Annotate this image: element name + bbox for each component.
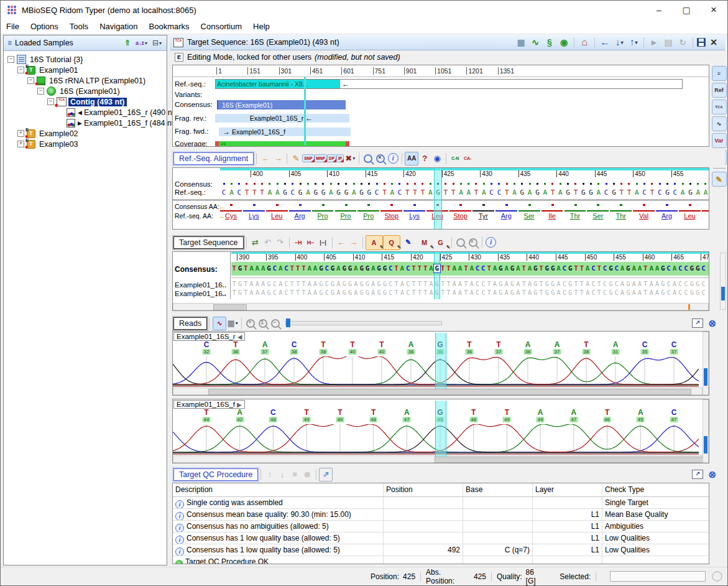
scrollbar-thumb[interactable] xyxy=(721,287,725,300)
consensus-base[interactable]: A xyxy=(631,264,637,272)
ref-base[interactable]: G xyxy=(335,188,343,197)
ref-base[interactable]: A xyxy=(304,188,311,197)
amino-acid[interactable]: Val xyxy=(633,210,655,220)
consensus-bar[interactable]: 16S (Example01) xyxy=(215,100,346,109)
consensus-base[interactable]: A xyxy=(451,264,457,272)
consensus-base[interactable]: G xyxy=(376,264,382,272)
tree-expander-plus[interactable]: + xyxy=(17,141,24,147)
ref-base[interactable]: G xyxy=(610,188,617,197)
consensus-base[interactable]: G xyxy=(660,264,666,272)
consensus-base[interactable]: C xyxy=(481,264,486,272)
next-difference-icon[interactable]: → xyxy=(272,152,284,165)
ref-base[interactable]: A xyxy=(480,188,487,197)
next-low-quality-icon[interactable]: → xyxy=(348,236,360,249)
trim-right-icon[interactable]: H− xyxy=(305,236,317,249)
previous-difference-icon[interactable]: ← xyxy=(259,152,272,165)
trace-base-call[interactable]: T xyxy=(230,340,241,349)
amino-acid[interactable]: Arg xyxy=(289,210,311,220)
consensus-base[interactable]: A xyxy=(671,264,677,272)
consensus-base[interactable]: G xyxy=(329,264,335,272)
consensus-base[interactable]: A xyxy=(469,264,474,272)
consensus-base[interactable]: G xyxy=(498,264,504,272)
previous-low-quality-icon[interactable]: ← xyxy=(335,236,348,249)
trace-base-call[interactable]: A xyxy=(551,340,563,349)
ref-base[interactable]: A xyxy=(526,188,533,197)
zoom-out-icon[interactable]: × xyxy=(467,236,479,249)
ref-base[interactable]: A xyxy=(426,188,434,197)
amino-acid-view-icon[interactable]: AA xyxy=(405,152,418,165)
trace-view-icon[interactable]: ∿ xyxy=(213,317,226,330)
variants-view-icon[interactable]: Var xyxy=(712,133,727,148)
consensus-base[interactable]: A xyxy=(312,264,318,272)
target-horizontal-scrollbar[interactable] xyxy=(173,303,709,310)
tree-item[interactable]: −✱16S rRNA LTP (Example01) xyxy=(4,75,167,86)
trace-base-call[interactable]: T xyxy=(318,340,329,349)
close-view-icon[interactable]: × xyxy=(707,36,720,49)
ref-base[interactable]: G xyxy=(357,188,365,197)
info-icon[interactable]: i xyxy=(387,152,399,165)
qc-column-header[interactable]: Position xyxy=(384,483,463,496)
ref-base[interactable]: T xyxy=(472,188,480,197)
upload-sequence-icon[interactable]: § xyxy=(543,36,556,49)
consensus-base[interactable]: A xyxy=(353,264,359,272)
consensus-base[interactable]: T xyxy=(596,264,602,272)
amino-acid[interactable]: Leu xyxy=(266,210,288,220)
ref-base[interactable]: T xyxy=(412,188,419,197)
consensus-base[interactable]: A xyxy=(249,264,254,272)
consensus-base[interactable]: A xyxy=(527,264,532,272)
maximize-button[interactable]: ▢ xyxy=(673,1,700,19)
consensus-base[interactable]: T xyxy=(579,264,584,272)
consensus-base[interactable]: G xyxy=(359,264,364,272)
qc-column-header[interactable]: Description xyxy=(173,483,384,496)
qc-row[interactable]: iConsensus has 1 low quality base (allow… xyxy=(173,544,709,556)
trace-base-call[interactable]: C xyxy=(668,408,680,417)
consensus-base[interactable]: T xyxy=(440,264,446,272)
ref-base[interactable]: G xyxy=(587,188,594,197)
consensus-base[interactable]: G xyxy=(266,264,272,272)
consensus-base[interactable]: G xyxy=(689,264,694,272)
trace-base-call[interactable]: T xyxy=(201,408,212,417)
tree-expander-minus[interactable]: − xyxy=(37,88,44,95)
ref-base[interactable]: A xyxy=(457,188,464,197)
amino-acid[interactable]: Thr xyxy=(564,210,586,220)
amino-acid[interactable]: Leu xyxy=(679,210,701,220)
coverage-bar[interactable]: 1/1 xyxy=(215,141,349,146)
consensus-base[interactable]: T xyxy=(573,264,579,272)
dp-icon[interactable]: DP xyxy=(327,154,336,162)
consensus-base[interactable]: G xyxy=(341,264,347,272)
ref-base[interactable]: A xyxy=(266,188,274,197)
trace-base-call[interactable]: C xyxy=(288,340,300,349)
ref-base[interactable]: T xyxy=(572,188,579,197)
save-icon[interactable] xyxy=(697,38,706,47)
trace-base-call[interactable]: C xyxy=(668,340,680,349)
ref-base[interactable]: T xyxy=(243,188,251,197)
import-table-icon[interactable]: ▦ xyxy=(515,36,527,49)
trace-base-call[interactable]: T xyxy=(468,408,479,417)
overview-view-icon[interactable]: ≡ xyxy=(712,66,727,81)
consensus-base[interactable]: G xyxy=(695,264,701,272)
next-target-icon[interactable]: ↓▾ xyxy=(613,36,625,49)
ref-base[interactable]: C xyxy=(641,188,648,197)
amino-acid[interactable]: Pro xyxy=(335,210,357,220)
zoom-out-icon[interactable]: × xyxy=(374,152,387,165)
consensus-base[interactable]: G xyxy=(533,264,538,272)
read-trace-panel[interactable]: Example01_16S_r◀C32T36A37C38T38T40T40A36… xyxy=(172,331,709,396)
amino-acid[interactable]: Ile xyxy=(541,210,563,220)
ref-base[interactable]: A xyxy=(228,188,235,197)
consensus-base[interactable]: G xyxy=(382,264,387,272)
amino-acid[interactable]: Stop xyxy=(380,210,402,220)
close-panel-icon[interactable]: ⊗ xyxy=(708,318,716,329)
consensus-base[interactable]: T xyxy=(423,264,428,272)
trim-range-icon[interactable]: |−| xyxy=(317,236,329,249)
trace-base-call[interactable]: T xyxy=(501,408,512,417)
slider-handle[interactable] xyxy=(286,319,290,327)
trace-base-call[interactable]: C xyxy=(639,340,650,349)
consensus-base[interactable]: T xyxy=(463,264,469,272)
amino-acid[interactable]: Tyr xyxy=(472,210,494,220)
ref-base[interactable]: T xyxy=(449,188,457,197)
trace-base-call[interactable]: T xyxy=(464,340,475,349)
trace-base-call[interactable]: T xyxy=(602,408,613,417)
consensus-base[interactable]: A xyxy=(428,264,434,272)
ref-base[interactable]: T xyxy=(549,188,556,197)
consensus-base[interactable]: A xyxy=(585,264,591,272)
